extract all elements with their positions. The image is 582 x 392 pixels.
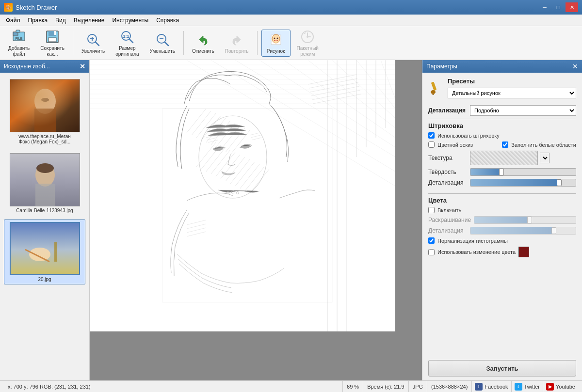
menu-bar: Файл Правка Вид Выделение Инструменты Сп… xyxy=(0,15,582,26)
svg-text:FILE: FILE xyxy=(16,37,23,40)
zoom-in-label: Увеличить xyxy=(81,48,105,54)
sketch-svg xyxy=(90,60,395,331)
use-hatching-checkbox[interactable] xyxy=(428,132,435,139)
fill-white-checkbox[interactable] xyxy=(502,141,508,148)
presets-section: Пресеты Детальный рисунок Простой рисуно… xyxy=(428,78,576,98)
detalization-label: Детализация xyxy=(428,107,467,114)
right-panel-title: Параметры xyxy=(426,63,457,70)
presets-select[interactable]: Детальный рисунок Простой рисунок Каранд… xyxy=(448,88,576,98)
normalize-checkbox[interactable] xyxy=(428,237,435,244)
svg-point-30 xyxy=(36,163,54,173)
menu-selection[interactable]: Выделение xyxy=(70,16,109,25)
color-sketch-checkbox[interactable] xyxy=(428,141,435,148)
status-facebook[interactable]: f Facebook xyxy=(472,381,511,392)
presets-title: Пресеты xyxy=(448,78,576,85)
hardness-slider[interactable] xyxy=(470,168,576,176)
close-left-panel[interactable]: ✕ xyxy=(80,63,85,70)
svg-line-14 xyxy=(129,39,133,43)
image-item-camilla[interactable]: Camilla-Belle-1123943.jpg xyxy=(4,151,85,216)
status-format: JPG xyxy=(409,381,427,392)
menu-help[interactable]: Справка xyxy=(152,16,183,25)
close-button[interactable]: ✕ xyxy=(566,2,578,12)
hatching-detail-label: Детализация xyxy=(428,179,467,186)
minimize-button[interactable]: ─ xyxy=(538,2,551,12)
maximize-button[interactable]: □ xyxy=(552,2,565,12)
colorizing-row: Раскрашивание xyxy=(428,216,576,224)
svg-point-19 xyxy=(272,34,280,43)
add-file-button[interactable]: FILE Добавитьфайл xyxy=(4,27,34,60)
add-file-label: Добавитьфайл xyxy=(8,46,30,57)
batch-icon xyxy=(300,29,315,45)
drawing-button[interactable]: Рисунок xyxy=(261,30,291,57)
run-button[interactable]: Запустить xyxy=(428,360,576,376)
image-list: www.theplace.ru_МеганФокс (Megan Fox)_sd… xyxy=(0,73,89,380)
batch-button[interactable]: Пакетныйрежим xyxy=(292,27,323,60)
title-left: 🎨 Sketch Drawer xyxy=(4,3,57,12)
color-detail-label: Детализация xyxy=(428,227,467,234)
undo-label: Отменить xyxy=(192,48,214,54)
zoom-out-label: Уменьшить xyxy=(150,48,175,54)
menu-tools[interactable]: Инструменты xyxy=(108,16,152,25)
undo-icon xyxy=(195,32,211,47)
color-swatch[interactable] xyxy=(518,247,529,257)
image-item-20[interactable]: 20.jpg xyxy=(4,220,85,284)
color-change-checkbox[interactable] xyxy=(428,249,435,255)
canvas-image xyxy=(90,60,422,331)
hatching-detail-row: Детализация xyxy=(428,179,576,187)
hatching-detail-slider[interactable] xyxy=(470,179,576,187)
color-change-label: Использовать изменение цвета xyxy=(437,249,516,255)
svg-rect-2 xyxy=(16,30,20,32)
status-youtube[interactable]: ▶ Youtube xyxy=(543,381,578,392)
save-as-button[interactable]: Сохранитькак... xyxy=(36,27,69,60)
left-panel-title: Исходные изоб... xyxy=(4,63,50,70)
svg-rect-36 xyxy=(90,60,395,331)
enable-colors-checkbox[interactable] xyxy=(428,207,435,213)
menu-view[interactable]: Вид xyxy=(51,16,70,25)
image-item-megan[interactable]: www.theplace.ru_МеганФокс (Megan Fox)_sd… xyxy=(4,77,85,147)
texture-select[interactable]: ▼ xyxy=(540,153,550,163)
svg-rect-7 xyxy=(48,38,56,42)
zoom-in-button[interactable]: Увеличить xyxy=(77,30,109,57)
redo-button[interactable]: Повторить xyxy=(221,30,253,57)
original-size-icon: 1:1 xyxy=(119,29,135,45)
color-sketch-label: Цветной эскиз xyxy=(437,142,473,148)
status-coords: x: 700 y: 796 RGB: (231, 231, 231) xyxy=(4,381,343,392)
color-detail-row: Детализация xyxy=(428,227,576,235)
youtube-icon: ▶ xyxy=(546,383,554,391)
title-bar: 🎨 Sketch Drawer ─ □ ✕ xyxy=(0,0,582,15)
original-size-label: Размероригинала xyxy=(115,46,139,57)
canvas-area xyxy=(90,60,422,380)
svg-point-33 xyxy=(29,248,50,261)
menu-file[interactable]: Файл xyxy=(2,16,24,25)
original-size-button[interactable]: 1:1 Размероригинала xyxy=(111,27,143,60)
undo-button[interactable]: Отменить xyxy=(188,30,219,57)
zoom-out-button[interactable]: Уменьшить xyxy=(146,30,179,57)
redo-icon xyxy=(229,32,244,47)
close-right-panel[interactable]: ✕ xyxy=(572,63,578,70)
svg-rect-6 xyxy=(54,31,56,35)
canvas-scroll[interactable] xyxy=(90,60,422,380)
brush-icon xyxy=(428,80,444,96)
texture-label: Текстура xyxy=(428,155,467,161)
svg-rect-106 xyxy=(431,81,437,91)
app-icon: 🎨 xyxy=(4,3,13,12)
status-twitter[interactable]: t Twitter xyxy=(512,381,543,392)
left-panel: Исходные изоб... ✕ xyxy=(0,60,90,380)
svg-point-27 xyxy=(41,98,49,102)
right-panel-header: Параметры ✕ xyxy=(422,60,582,73)
detalization-select[interactable]: Подробно Средне Грубо xyxy=(470,105,576,116)
redo-label: Повторить xyxy=(225,48,249,54)
colorizing-slider xyxy=(474,216,576,224)
facebook-label: Facebook xyxy=(485,384,508,390)
right-panel: Параметры ✕ Пре xyxy=(422,60,582,380)
colors-title: Цвета xyxy=(428,197,576,204)
svg-point-21 xyxy=(276,37,278,39)
svg-point-25 xyxy=(34,89,56,114)
color-fill-row: Цветной эскиз Заполнить белые области xyxy=(428,141,576,148)
menu-edit[interactable]: Правка xyxy=(24,16,52,25)
image-label-20: 20.jpg xyxy=(38,277,51,282)
hatching-section: Штриховка Использовать штриховку Цветной… xyxy=(428,122,576,187)
batch-label: Пакетныйрежим xyxy=(297,46,319,57)
save-as-label: Сохранитькак... xyxy=(40,46,65,57)
use-hatching-row: Использовать штриховку xyxy=(428,132,576,139)
